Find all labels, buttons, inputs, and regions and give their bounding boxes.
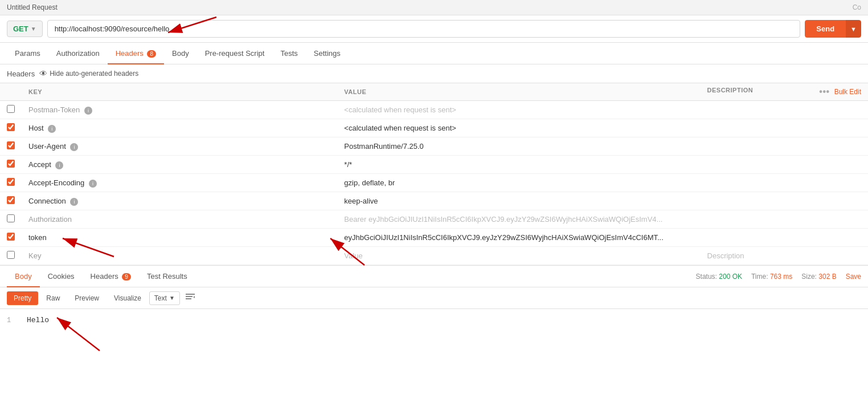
- row-4-value: gzip, deflate, br: [344, 178, 395, 187]
- row-1-value: <calculated when request is sent>: [344, 124, 456, 132]
- line-number-1: 1: [7, 316, 11, 324]
- row-0-key: Postman-Token: [28, 105, 80, 114]
- format-tab-raw[interactable]: Raw: [39, 291, 67, 305]
- tab-authorization[interactable]: Authorization: [48, 43, 108, 64]
- response-tab-cookies[interactable]: Cookies: [40, 266, 83, 287]
- row-5-key: Connection: [28, 197, 66, 205]
- row-4-checkbox[interactable]: [7, 178, 15, 186]
- tab-tests[interactable]: Tests: [272, 43, 305, 64]
- more-icon[interactable]: •••: [819, 87, 829, 97]
- tab-params[interactable]: Params: [7, 43, 48, 64]
- row-8-value-placeholder: Value: [344, 251, 362, 260]
- table-row: Authorization Bearer eyJhbGciOiJIUzI1NiI…: [0, 210, 868, 229]
- row-2-key: User-Agent: [28, 142, 66, 151]
- url-input[interactable]: [47, 20, 801, 38]
- response-status: Status: 200 OK Time: 763 ms Size: 302 B …: [696, 273, 861, 281]
- headers-badge: 8: [147, 50, 156, 58]
- format-tab-pretty[interactable]: Pretty: [7, 291, 38, 305]
- row-5-checkbox[interactable]: [7, 196, 15, 204]
- table-row: User-Agent i PostmanRuntime/7.25.0: [0, 137, 868, 156]
- row-3-checkbox[interactable]: [7, 160, 15, 168]
- connection-info-icon[interactable]: i: [70, 198, 78, 206]
- time-value: 763 ms: [770, 273, 792, 281]
- method-select[interactable]: GET ▼: [7, 21, 43, 37]
- col-description: DESCRIPTION ••• Bulk Edit: [701, 83, 868, 101]
- response-bar: Body Cookies Headers 9 Test Results Stat…: [0, 265, 868, 287]
- table-row: Connection i keep-alive: [0, 192, 868, 210]
- text-format-chevron-icon: ▼: [169, 295, 175, 301]
- useragent-info-icon[interactable]: i: [70, 143, 78, 151]
- response-content-1: Hello: [27, 316, 49, 324]
- row-6-checkbox[interactable]: [7, 214, 15, 222]
- request-title: Untitled Request: [7, 3, 58, 11]
- response-headers-badge: 9: [122, 273, 131, 281]
- row-8-key-placeholder: Key: [28, 251, 41, 260]
- row-6-desc: [701, 210, 868, 229]
- postman-token-info-icon[interactable]: i: [84, 107, 92, 115]
- text-format-label: Text: [154, 294, 167, 302]
- format-tab-visualize[interactable]: Visualize: [107, 291, 148, 305]
- send-dropdown-button[interactable]: ▼: [846, 20, 861, 38]
- response-body: 1 Hello: [0, 309, 868, 331]
- tab-body[interactable]: Body: [164, 43, 197, 64]
- row-7-checkbox[interactable]: [7, 233, 15, 241]
- svg-rect-1: [186, 296, 193, 297]
- url-bar: GET ▼ Send ▼: [0, 15, 868, 43]
- method-label: GET: [13, 25, 28, 33]
- headers-toolbar: Headers 👁 Hide auto-generated headers: [0, 64, 868, 83]
- row-2-checkbox[interactable]: [7, 141, 15, 149]
- acceptencoding-info-icon[interactable]: i: [89, 180, 97, 188]
- tab-settings[interactable]: Settings: [306, 43, 349, 64]
- response-format-bar: Pretty Raw Preview Visualize Text ▼: [0, 287, 868, 309]
- tab-headers[interactable]: Headers 8: [108, 43, 164, 64]
- row-8-desc-placeholder: Description: [707, 251, 744, 260]
- headers-table-container: KEY VALUE DESCRIPTION ••• Bulk Edit Post…: [0, 83, 868, 265]
- row-4-key: Accept-Encoding: [28, 178, 84, 187]
- tab-prerequest[interactable]: Pre-request Script: [197, 43, 273, 64]
- host-info-icon[interactable]: i: [48, 125, 56, 133]
- format-tab-preview[interactable]: Preview: [68, 291, 106, 305]
- table-row: Postman-Token i <calculated when request…: [0, 101, 868, 119]
- row-1-checkbox[interactable]: [7, 123, 15, 131]
- row-3-value: */*: [344, 160, 352, 169]
- send-group: Send ▼: [805, 20, 861, 38]
- save-button[interactable]: Save: [846, 273, 861, 281]
- response-tab-headers[interactable]: Headers 9: [83, 266, 139, 287]
- row-1-key: Host: [28, 124, 44, 132]
- response-tab-body[interactable]: Body: [7, 266, 40, 287]
- bulk-edit-button[interactable]: Bulk Edit: [834, 88, 861, 96]
- send-button[interactable]: Send: [805, 20, 846, 38]
- row-2-value: PostmanRuntime/7.25.0: [344, 142, 423, 151]
- request-tabs: Params Authorization Headers 8 Body Pre-…: [0, 43, 868, 64]
- table-row: token eyJhbGciOiJIUzI1NiIsInR5cCI6IkpXVC…: [0, 229, 868, 247]
- table-row: Accept-Encoding i gzip, deflate, br: [0, 174, 868, 192]
- table-row-placeholder: Key Value Description: [0, 247, 868, 265]
- accept-info-icon[interactable]: i: [55, 161, 63, 169]
- row-7-key: token: [28, 233, 47, 242]
- headers-section-label: Headers: [7, 70, 35, 78]
- col-key: KEY: [22, 83, 337, 101]
- response-tab-testresults[interactable]: Test Results: [139, 266, 195, 287]
- hide-auto-headers-button[interactable]: 👁 Hide auto-generated headers: [39, 69, 138, 78]
- row-0-desc: [701, 101, 868, 119]
- title-bar: Untitled Request Co: [0, 0, 868, 15]
- format-text-select[interactable]: Text ▼: [149, 291, 180, 305]
- table-row: Accept i */*: [0, 156, 868, 174]
- col-checkbox: [0, 83, 22, 101]
- row-8-checkbox[interactable]: [7, 251, 15, 259]
- row-6-key: Authorization: [28, 215, 72, 224]
- status-value: 200 OK: [719, 273, 742, 281]
- row-0-value: <calculated when request is sent>: [344, 105, 456, 114]
- row-4-desc: [701, 174, 868, 192]
- size-value: 302 B: [818, 273, 836, 281]
- wrap-icon-button[interactable]: [181, 291, 199, 305]
- svg-rect-0: [186, 294, 195, 295]
- method-chevron-icon: ▼: [31, 26, 36, 32]
- cloud-icon: Co: [853, 3, 861, 11]
- wrap-icon: [186, 293, 195, 301]
- row-7-desc: [701, 229, 868, 247]
- headers-table: KEY VALUE DESCRIPTION ••• Bulk Edit Post…: [0, 83, 868, 265]
- row-6-value: Bearer eyJhbGciOiJIUzI1NiIsInR5cCI6IkpXV…: [344, 215, 662, 224]
- row-0-checkbox[interactable]: [7, 105, 15, 113]
- row-7-value: eyJhbGciOiJIUzI1NiIsInR5cCI6IkpXVCJ9.eyJ…: [344, 233, 663, 242]
